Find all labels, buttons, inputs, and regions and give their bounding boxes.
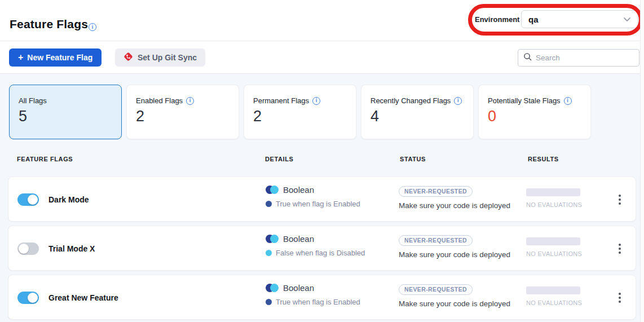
info-icon[interactable]: i — [89, 23, 96, 31]
stat-card-recently-changed-flags[interactable]: Recently Changed Flags i 4 — [361, 85, 474, 139]
details-column: Boolean True when flag is Enabled — [266, 185, 360, 208]
main-content: All Flags i 5 Enabled Flags i 2 Permanen… — [0, 74, 644, 322]
column-header-status: STATUS — [400, 156, 426, 162]
default-value-line: True when flag is Enabled — [266, 298, 360, 306]
info-glyph: i — [189, 98, 191, 103]
plus-icon: + — [18, 52, 23, 63]
results-bar — [526, 188, 580, 196]
type-line: Boolean — [266, 234, 365, 244]
type-label: Boolean — [283, 234, 314, 244]
new-feature-flag-button[interactable]: + New Feature Flag — [9, 48, 102, 67]
stat-value: 5 — [19, 108, 27, 125]
results-column: NO EVALUATIONS — [526, 237, 582, 257]
search-input[interactable] — [536, 54, 634, 62]
stat-label-line: All Flags i — [19, 96, 47, 105]
status-text: Make sure your code is deployed — [399, 201, 510, 210]
status-column: NEVER-REQUESTED Make sure your code is d… — [399, 284, 510, 308]
type-label: Boolean — [283, 283, 314, 293]
set-up-git-sync-label: Set Up Git Sync — [138, 53, 197, 62]
default-value-text: False when flag is Disabled — [276, 249, 365, 257]
stat-card-permanent-flags[interactable]: Permanent Flags i 2 — [244, 85, 356, 139]
feature-flag-row[interactable]: Great New Feature Boolean True when flag… — [8, 275, 636, 320]
results-bar — [526, 286, 580, 294]
details-column: Boolean False when flag is Disabled — [266, 234, 365, 257]
page-header: Feature Flags i Environment qa — [0, 0, 644, 41]
results-bar — [526, 237, 580, 245]
default-value-text: True when flag is Enabled — [276, 200, 360, 208]
stat-label: Enabled Flags — [136, 96, 183, 105]
boolean-type-icon — [266, 186, 279, 194]
type-line: Boolean — [266, 185, 360, 195]
type-label: Boolean — [283, 185, 314, 195]
status-badge: NEVER-REQUESTED — [399, 284, 473, 295]
toggle-knob — [28, 195, 38, 205]
flag-name[interactable]: Trial Mode X — [48, 244, 95, 253]
default-value-dot — [266, 299, 272, 305]
flag-toggle[interactable] — [17, 193, 39, 206]
search-icon — [523, 52, 532, 63]
default-value-line: True when flag is Enabled — [266, 200, 360, 208]
toolbar: + New Feature Flag Set Up Git Sync — [0, 41, 644, 73]
results-text: NO EVALUATIONS — [526, 299, 582, 306]
stat-value: 2 — [136, 108, 144, 125]
toggle-knob — [28, 293, 38, 303]
toggle-knob — [19, 244, 29, 254]
results-text: NO EVALUATIONS — [526, 201, 582, 208]
stat-label-line: Potentially Stale Flags i — [488, 96, 572, 105]
table-column-headers: FEATURE FLAGS DETAILS STATUS RESULTS — [0, 156, 644, 167]
stat-card-enabled-flags[interactable]: Enabled Flags i 2 — [126, 85, 239, 139]
stat-value: 4 — [370, 108, 379, 125]
default-value-line: False when flag is Disabled — [266, 249, 365, 257]
status-column: NEVER-REQUESTED Make sure your code is d… — [399, 235, 510, 259]
stat-label-line: Enabled Flags i — [136, 96, 194, 105]
row-menu-kebab-icon[interactable] — [614, 241, 625, 257]
search-box — [518, 49, 639, 67]
flag-toggle[interactable] — [17, 242, 39, 255]
default-value-dot — [266, 250, 272, 256]
info-icon[interactable]: i — [186, 97, 194, 105]
set-up-git-sync-button[interactable]: Set Up Git Sync — [115, 48, 205, 67]
row-menu-kebab-icon[interactable] — [614, 290, 625, 306]
stat-label-line: Permanent Flags i — [253, 96, 320, 105]
stat-value: 2 — [253, 108, 262, 125]
column-header-results: RESULTS — [528, 156, 559, 162]
status-column: NEVER-REQUESTED Make sure your code is d… — [399, 186, 510, 210]
info-icon[interactable]: i — [312, 97, 320, 105]
status-badge: NEVER-REQUESTED — [399, 186, 473, 197]
feature-flag-row[interactable]: Trial Mode X Boolean False when flag is … — [8, 226, 636, 271]
stat-label: Permanent Flags — [253, 96, 309, 105]
info-icon[interactable]: i — [564, 97, 572, 105]
column-header-details: DETAILS — [265, 156, 293, 162]
default-value-text: True when flag is Enabled — [276, 298, 360, 306]
results-column: NO EVALUATIONS — [526, 188, 582, 208]
stat-label: All Flags — [19, 96, 47, 105]
results-text: NO EVALUATIONS — [526, 250, 582, 257]
row-menu-kebab-icon[interactable] — [614, 192, 625, 208]
stat-label: Potentially Stale Flags — [488, 96, 561, 105]
stat-card-potentially-stale-flags[interactable]: Potentially Stale Flags i 0 — [478, 85, 591, 139]
page-title: Feature Flags — [10, 17, 88, 31]
flag-toggle[interactable] — [17, 292, 39, 304]
chevron-down-icon — [623, 14, 631, 24]
info-glyph: i — [92, 25, 94, 30]
boolean-type-icon — [266, 284, 279, 292]
feature-flag-row[interactable]: Dark Mode Boolean True when flag is Enab… — [8, 177, 636, 222]
info-glyph: i — [457, 98, 459, 103]
info-glyph: i — [567, 98, 568, 103]
stat-label: Recently Changed Flags — [370, 96, 451, 105]
environment-value: qa — [528, 15, 539, 24]
status-text: Make sure your code is deployed — [399, 250, 510, 259]
boolean-type-icon — [266, 235, 279, 243]
type-line: Boolean — [266, 283, 360, 293]
stat-card-all-flags[interactable]: All Flags i 5 — [9, 85, 122, 139]
status-text: Make sure your code is deployed — [399, 299, 510, 308]
info-icon[interactable]: i — [454, 97, 462, 105]
environment-label: Environment — [475, 15, 519, 24]
flag-name[interactable]: Dark Mode — [48, 195, 89, 204]
environment-select[interactable]: qa — [521, 10, 638, 28]
flag-name[interactable]: Great New Feature — [48, 293, 118, 302]
scrollbar[interactable] — [640, 0, 644, 322]
info-glyph: i — [316, 98, 317, 103]
stat-value: 0 — [488, 108, 496, 125]
new-feature-flag-label: New Feature Flag — [27, 53, 92, 62]
